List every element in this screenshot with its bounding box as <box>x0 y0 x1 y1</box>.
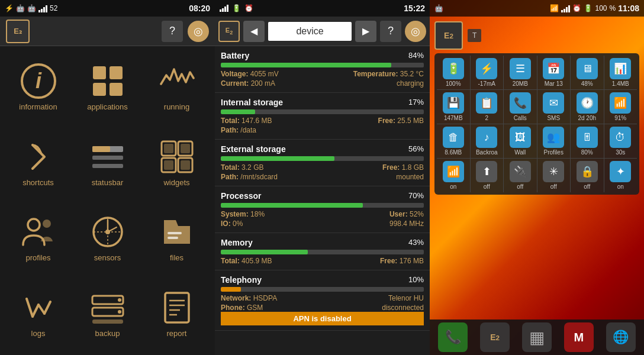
calls-widget-label: Calls <box>505 115 536 121</box>
memory-widget-label: 20MB <box>505 80 536 87</box>
widget-cell-screen-timeout[interactable]: ⏱ 30s <box>604 124 637 158</box>
profiles-widget-icon: 👥 <box>543 127 564 148</box>
svg-rect-8 <box>92 156 123 160</box>
cpu-widget-icon: 🖥 <box>577 58 598 79</box>
widget-cell-uptime[interactable]: 🕐 2d 20h <box>571 90 604 124</box>
external-storage-progress-bar <box>221 156 424 161</box>
battery-detail-1: Voltage: 4055 mV Temperature: 35.2 °C <box>221 70 424 78</box>
widget-cell-ram[interactable]: 💾 147MB <box>437 90 471 124</box>
battery-icon-right: 🔋 <box>584 4 593 12</box>
telephony-progress-bar <box>221 287 424 292</box>
music-widget-icon: ♪ <box>476 127 497 148</box>
widget-cell-battery[interactable]: 🔋 100% <box>437 56 471 89</box>
dock-windows[interactable]: ▦ <box>522 322 552 352</box>
right-signal-bars <box>561 4 570 12</box>
widgets-icon <box>159 139 195 175</box>
cpu-widget-label: 48% <box>572 80 603 87</box>
sensors-icon <box>90 214 125 250</box>
menu-item-logs[interactable]: logs <box>6 279 70 350</box>
svg-rect-7 <box>92 146 110 152</box>
lock-toggle-icon: 🔒 <box>577 161 598 182</box>
settings-button[interactable]: ◎ <box>188 21 209 42</box>
top-bar-mid: E2 ◀ device ▶ ? ◎ <box>215 17 430 46</box>
data-widget-label: 1.4MB <box>606 80 636 87</box>
bt-toggle-icon: ✳ <box>543 161 564 182</box>
widget-cell-brightness[interactable]: 🎚 80% <box>571 124 604 158</box>
widget-tab[interactable]: T <box>468 29 481 42</box>
widget-cell-usb-toggle[interactable]: 🔌 off <box>504 159 537 192</box>
menu-item-running[interactable]: running <box>144 52 209 123</box>
data-toggle-icon: ⬆ <box>476 161 497 182</box>
menu-item-backup[interactable]: backup <box>75 279 140 350</box>
settings-button-mid[interactable]: ◎ <box>405 21 426 42</box>
svg-rect-26 <box>168 232 182 234</box>
widget-cell-sms[interactable]: ✉ SMS <box>537 90 571 124</box>
menu-item-profiles[interactable]: profiles <box>6 203 70 274</box>
widget-overlay: E2 T 🔋 100% ⚡ -17mA ☰ 20MB 📅 <box>430 17 644 199</box>
widget-cell-current[interactable]: ⚡ -17mA <box>471 56 504 89</box>
widget-cell-bt-toggle[interactable]: ✳ off <box>537 159 571 192</box>
menu-item-report[interactable]: report <box>144 279 209 350</box>
menu-item-applications[interactable]: applications <box>75 52 140 123</box>
wall-widget-icon: 🖼 <box>510 127 531 148</box>
widget-cell-storage[interactable]: 🗑 8.6MB <box>437 124 471 158</box>
processor-title: Processor <box>221 191 261 201</box>
left-status-icons: ⚡ 🤖 🤖 52 <box>5 4 57 12</box>
widget-cell-data[interactable]: 📊 1.4MB <box>604 56 637 89</box>
menu-item-files[interactable]: files <box>144 203 209 274</box>
battery-detail-2: Current: 200 mA charging <box>221 79 424 88</box>
report-icon <box>159 290 195 325</box>
brightness-widget-label: 80% <box>572 149 603 156</box>
memory-title: Memory <box>221 238 253 247</box>
internal-storage-section: Internal storage 17% Total: 147.6 MB Fre… <box>215 93 430 140</box>
widget-cell-wall[interactable]: 🖼 Wall <box>504 124 537 158</box>
widget-cell-profiles[interactable]: 👥 Profiles <box>537 124 571 158</box>
dock-globe[interactable]: 🌐 <box>606 322 636 352</box>
memory-fill <box>221 250 308 254</box>
external-detail-1: Total: 3.2 GB Free: 1.8 GB <box>221 163 424 172</box>
device-title: device <box>296 26 323 37</box>
widget-cell-calls[interactable]: 📞 Calls <box>504 90 537 124</box>
menu-item-sensors[interactable]: sensors <box>75 203 140 274</box>
help-button-mid[interactable]: ? <box>380 21 401 42</box>
signal-icon-mid <box>220 4 228 14</box>
dock-phone[interactable]: 📞 <box>438 322 468 352</box>
menu-item-statusbar[interactable]: statusbar <box>75 128 140 199</box>
signal-bars <box>38 4 47 12</box>
usb-toggle-label: off <box>505 183 536 190</box>
telephony-fill <box>221 287 241 292</box>
svg-text:i: i <box>35 69 41 93</box>
statusbar-label: statusbar <box>92 178 123 187</box>
processor-percent: 70% <box>408 191 424 200</box>
menu-item-information[interactable]: i information <box>6 52 70 123</box>
svg-point-35 <box>118 298 121 302</box>
logs-icon <box>21 290 56 325</box>
widget-cell-lock-toggle[interactable]: 🔒 off <box>571 159 604 192</box>
widget-cell-copy[interactable]: 📋 2 <box>471 90 504 124</box>
internal-storage-fill <box>221 109 255 114</box>
help-button[interactable]: ? <box>162 21 183 42</box>
widget-cell-music[interactable]: ♪ Backroa <box>471 124 504 158</box>
svg-rect-9 <box>92 164 123 168</box>
ram-widget-label: 147MB <box>438 115 469 121</box>
widget-cell-cpu[interactable]: 🖥 48% <box>571 56 604 89</box>
widget-cell-auto-toggle[interactable]: ✦ on <box>604 159 637 192</box>
forward-button[interactable]: ▶ <box>355 21 376 42</box>
widget-cell-wifi[interactable]: 📶 91% <box>604 90 637 124</box>
menu-item-widgets[interactable]: widgets <box>144 128 209 199</box>
widget-cell-wifi-toggle[interactable]: 📶 on <box>437 159 471 192</box>
dock-gmail[interactable]: M <box>564 322 594 352</box>
current-label: Current: <box>221 79 251 88</box>
files-label: files <box>170 253 183 262</box>
app-logo-left: E₂ <box>6 20 30 43</box>
dock-e2[interactable]: E2 <box>480 322 510 352</box>
battery-percent-right: 100 <box>595 4 607 12</box>
battery-progress-bar <box>221 63 424 67</box>
copy-widget-icon: 📋 <box>476 92 497 114</box>
widget-cell-memory[interactable]: ☰ 20MB <box>504 56 537 89</box>
widget-cell-calendar[interactable]: 📅 Mar 13 <box>537 56 571 89</box>
menu-item-shortcuts[interactable]: shortcuts <box>6 128 70 199</box>
back-button[interactable]: ◀ <box>243 21 265 42</box>
wifi-widget-label: 91% <box>606 115 636 121</box>
widget-cell-data-toggle[interactable]: ⬆ off <box>471 159 504 192</box>
